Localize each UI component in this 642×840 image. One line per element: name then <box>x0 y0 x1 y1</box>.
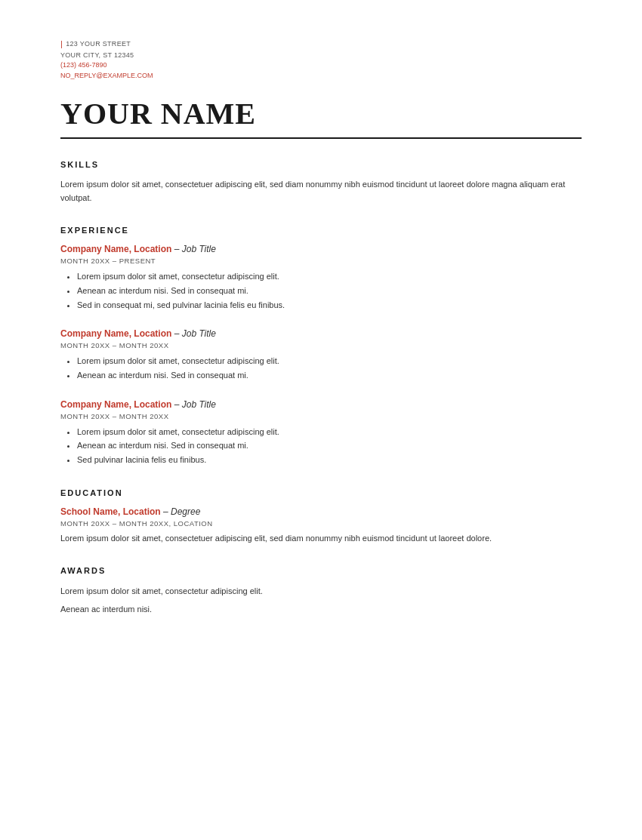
resume-page: 123 YOUR STREET YOUR CITY, ST 12345 (123… <box>0 0 642 840</box>
bullet-1-2: Aenean ac interdum nisi. Sed in consequa… <box>77 284 582 298</box>
company-line-3: Company Name, Location – Job Title <box>60 399 582 410</box>
skills-body: Lorem ipsum dolor sit amet, consectetuer… <box>60 178 582 205</box>
education-entry-1: School Name, Location – Degree MONTH 20X… <box>60 506 582 546</box>
company-name-1: Company Name, Location <box>60 244 171 254</box>
name-divider <box>60 137 582 139</box>
job-dash-2: – <box>171 328 181 339</box>
company-name-3: Company Name, Location <box>60 399 171 410</box>
experience-entry-1: Company Name, Location – Job Title MONTH… <box>60 244 582 312</box>
awards-line-2: Aenean ac interdum nisi. <box>60 602 582 617</box>
bullet-3-2: Aenean ac interdum nisi. Sed in consequa… <box>77 438 582 453</box>
bullet-2-2: Aenean ac interdum nisi. Sed in consequa… <box>77 368 582 383</box>
bullet-1-3: Sed in consequat mi, sed pulvinar lacini… <box>77 298 582 312</box>
job-title-1: Job Title <box>182 244 216 254</box>
date-range-1: MONTH 20XX – PRESENT <box>60 257 582 265</box>
bullet-list-3: Lorem ipsum dolor sit amet, consectetur … <box>77 425 582 467</box>
bullet-3-1: Lorem ipsum dolor sit amet, consectetur … <box>77 425 582 439</box>
phone-link[interactable]: (123) 456-7890 <box>60 60 582 71</box>
skills-title: SKILLS <box>60 160 582 169</box>
awards-body: Lorem ipsum dolor sit amet, consectetur … <box>60 584 582 617</box>
awards-line-1: Lorem ipsum dolor sit amet, consectetur … <box>60 584 582 599</box>
address-line-1: 123 YOUR STREET <box>60 38 582 51</box>
bullet-2-1: Lorem ipsum dolor sit amet, consectetur … <box>77 354 582 368</box>
bullet-list-2: Lorem ipsum dolor sit amet, consectetur … <box>77 354 582 382</box>
company-name-2: Company Name, Location <box>60 328 171 339</box>
edu-dash-1: – <box>161 506 171 517</box>
school-line-1: School Name, Location – Degree <box>60 506 582 517</box>
bullet-3-3: Sed pulvinar lacinia felis eu finibus. <box>77 453 582 467</box>
email-link[interactable]: NO_REPLY@EXAMPLE.COM <box>60 71 582 82</box>
name-section: YOUR NAME <box>60 96 582 131</box>
experience-section: EXPERIENCE Company Name, Location – Job … <box>60 226 582 467</box>
job-title-2: Job Title <box>182 328 216 339</box>
company-line-2: Company Name, Location – Job Title <box>60 328 582 339</box>
experience-entry-2: Company Name, Location – Job Title MONTH… <box>60 328 582 382</box>
education-section: EDUCATION School Name, Location – Degree… <box>60 488 582 546</box>
school-name-1: School Name, Location <box>60 506 161 517</box>
awards-title: AWARDS <box>60 566 582 575</box>
job-title-3: Job Title <box>182 399 216 410</box>
degree-1: Degree <box>171 506 200 517</box>
bullet-1-1: Lorem ipsum dolor sit amet, consectetur … <box>77 269 582 284</box>
job-dash-1: – <box>171 244 181 254</box>
header-address: 123 YOUR STREET YOUR CITY, ST 12345 (123… <box>60 38 582 81</box>
edu-dates-1: MONTH 20XX – MONTH 20XX, LOCATION <box>60 519 582 528</box>
education-title: EDUCATION <box>60 488 582 497</box>
job-dash-3: – <box>171 399 181 410</box>
date-range-3: MONTH 20XX – MONTH 20XX <box>60 412 582 420</box>
awards-section: AWARDS Lorem ipsum dolor sit amet, conse… <box>60 566 582 617</box>
experience-title: EXPERIENCE <box>60 226 582 235</box>
address-line-2: YOUR CITY, ST 12345 <box>60 51 582 61</box>
bullet-list-1: Lorem ipsum dolor sit amet, consectetur … <box>77 269 582 312</box>
date-range-2: MONTH 20XX – MONTH 20XX <box>60 341 582 349</box>
resume-name: YOUR NAME <box>60 96 582 131</box>
skills-section: SKILLS Lorem ipsum dolor sit amet, conse… <box>60 160 582 205</box>
experience-entry-3: Company Name, Location – Job Title MONTH… <box>60 399 582 467</box>
company-line-1: Company Name, Location – Job Title <box>60 244 582 254</box>
edu-body-1: Lorem ipsum dolor sit amet, consectetuer… <box>60 532 582 546</box>
